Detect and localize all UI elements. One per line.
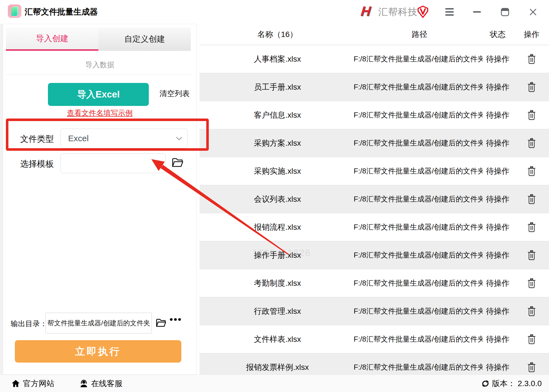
table-header: 名称（16） 路径 状态 操作 [200, 24, 549, 45]
delete-button[interactable] [516, 297, 547, 325]
official-website-link[interactable]: 官方网站 [11, 375, 54, 392]
status-badge: 待操作 [484, 297, 512, 325]
status-badge: 待操作 [484, 185, 512, 213]
version-label: 版本： [492, 378, 515, 389]
app-title: 汇帮文件批量生成器 [25, 0, 98, 24]
brand-logo-icon: H [360, 3, 372, 19]
file-name: 行政管理.xlsx [200, 297, 355, 325]
file-path: F:/8汇帮文件批量生成器/创建后的文件夹/ [354, 297, 483, 325]
status-badge: 待操作 [484, 157, 512, 185]
file-path: F:/8汇帮文件批量生成器/创建后的文件夹/ [354, 101, 483, 129]
file-table: 名称（16） 路径 状态 操作 人事档案.xlsx F:/8汇帮文件批量生成器/… [200, 24, 549, 375]
refresh-icon[interactable] [481, 379, 490, 388]
file-path: F:/8汇帮文件批量生成器/创建后的文件夹/ [354, 73, 483, 101]
template-input[interactable] [61, 154, 166, 173]
minimize-button[interactable] [470, 0, 484, 24]
delete-button[interactable] [516, 185, 547, 213]
table-row: 客户信息.xlsx F:/8汇帮文件批量生成器/创建后的文件夹/ 待操作 [200, 101, 549, 129]
file-name: 采购方案.xlsx [200, 129, 355, 157]
table-row: 采购方案.xlsx F:/8汇帮文件批量生成器/创建后的文件夹/ 待操作 [200, 129, 549, 157]
trash-icon [527, 306, 536, 317]
chevron-down-icon [176, 137, 182, 141]
delete-button[interactable] [516, 213, 547, 241]
version-value: 2.3.0.0 [518, 379, 542, 388]
file-path: F:/8汇帮文件批量生成器/创建后的文件夹/ [354, 241, 483, 269]
clear-list-button[interactable]: 清空列表 [159, 89, 190, 99]
trash-icon [527, 166, 536, 177]
file-type-select[interactable]: Excel [61, 129, 187, 148]
file-name: 员工手册.xlsx [200, 73, 355, 101]
filename-example-link[interactable]: 查看文件名填写示例 [3, 108, 196, 118]
output-dir-label: 输出目录： [11, 319, 47, 329]
status-badge: 待操作 [484, 129, 512, 157]
titlebar: 汇帮文件批量生成器 H 汇帮科技 [0, 0, 549, 24]
close-icon [529, 8, 537, 16]
file-name: 报销流程.xlsx [200, 213, 355, 241]
status-badge: 待操作 [484, 213, 512, 241]
template-label: 选择模板 [20, 158, 54, 170]
online-support-link[interactable]: 在线客服 [79, 375, 122, 392]
trash-icon [527, 194, 536, 205]
headset-icon [79, 379, 88, 388]
status-badge: 待操作 [484, 101, 512, 129]
trash-icon [527, 222, 536, 233]
left-panel: 导入创建 自定义创建 导入数据 导入Excel 清空列表 查看文件名填写示例 文… [3, 24, 197, 375]
table-row: 考勤制度.xlsx F:/8汇帮文件批量生成器/创建后的文件夹/ 待操作 [200, 269, 549, 297]
delete-button[interactable] [516, 157, 547, 185]
execute-button[interactable]: 立即执行 [15, 340, 181, 363]
file-type-label: 文件类型 [20, 133, 54, 145]
output-browse-button[interactable] [155, 317, 167, 329]
header-action: 操作 [516, 24, 547, 45]
app-icon-doc-front [11, 7, 17, 16]
trash-icon [527, 334, 536, 345]
folder-icon [155, 318, 166, 328]
table-row: 报销流程.xlsx F:/8汇帮文件批量生成器/创建后的文件夹/ 待操作 [200, 213, 549, 241]
file-path: F:/8汇帮文件批量生成器/创建后的文件夹/ [354, 213, 483, 241]
maximize-button[interactable] [498, 0, 512, 24]
header-status: 状态 [484, 24, 512, 45]
delete-button[interactable] [516, 241, 547, 269]
watermark: 1765451626 [252, 247, 311, 258]
file-name: 文件样表.xlsx [200, 325, 355, 353]
delete-button[interactable] [516, 73, 547, 101]
output-dir-input[interactable] [45, 313, 152, 333]
status-badge: 待操作 [484, 269, 512, 297]
delete-button[interactable] [516, 129, 547, 157]
table-row: 会议列表.xlsx F:/8汇帮文件批量生成器/创建后的文件夹/ 待操作 [200, 185, 549, 213]
delete-button[interactable] [516, 101, 547, 129]
tab-bar: 导入创建 自定义创建 [6, 28, 191, 51]
close-button[interactable] [526, 0, 540, 24]
trash-icon [527, 110, 536, 120]
tab-import-create-label: 导入创建 [36, 33, 68, 44]
delete-button[interactable] [516, 353, 547, 375]
delete-button[interactable] [516, 325, 547, 353]
file-path: F:/8汇帮文件批量生成器/创建后的文件夹/ [354, 157, 483, 185]
file-path: F:/8汇帮文件批量生成器/创建后的文件夹/ [354, 325, 483, 353]
file-path: F:/8汇帮文件批量生成器/创建后的文件夹/ [354, 129, 483, 157]
file-name: 人事档案.xlsx [200, 45, 355, 73]
delete-button[interactable] [516, 269, 547, 297]
online-support-label: 在线客服 [91, 378, 122, 389]
file-name: 报销发票样例.xlsx [200, 353, 355, 375]
header-path: 路径 [355, 24, 484, 45]
file-name: 考勤制度.xlsx [200, 269, 355, 297]
file-path: F:/8汇帮文件批量生成器/创建后的文件夹/ [354, 45, 483, 73]
maximize-icon [501, 8, 509, 17]
header-name: 名称（16） [200, 24, 355, 45]
home-icon [11, 379, 20, 388]
menu-button[interactable] [443, 0, 456, 24]
table-row: 员工手册.xlsx F:/8汇帮文件批量生成器/创建后的文件夹/ 待操作 [200, 73, 549, 101]
tab-custom-create[interactable]: 自定义创建 [98, 28, 191, 51]
more-options-button[interactable]: ••• [170, 314, 182, 325]
status-badge: 待操作 [484, 45, 512, 73]
file-name: 采购实施.xlsx [200, 157, 355, 185]
template-browse-button[interactable] [171, 157, 184, 169]
import-excel-button[interactable]: 导入Excel [48, 83, 149, 106]
divider [6, 75, 191, 75]
official-website-label: 官方网站 [23, 378, 54, 389]
tab-import-create[interactable]: 导入创建 [6, 28, 98, 51]
delete-button[interactable] [516, 45, 547, 73]
minimize-icon [473, 11, 481, 13]
trash-icon [527, 278, 536, 289]
left-gutter [0, 24, 3, 375]
